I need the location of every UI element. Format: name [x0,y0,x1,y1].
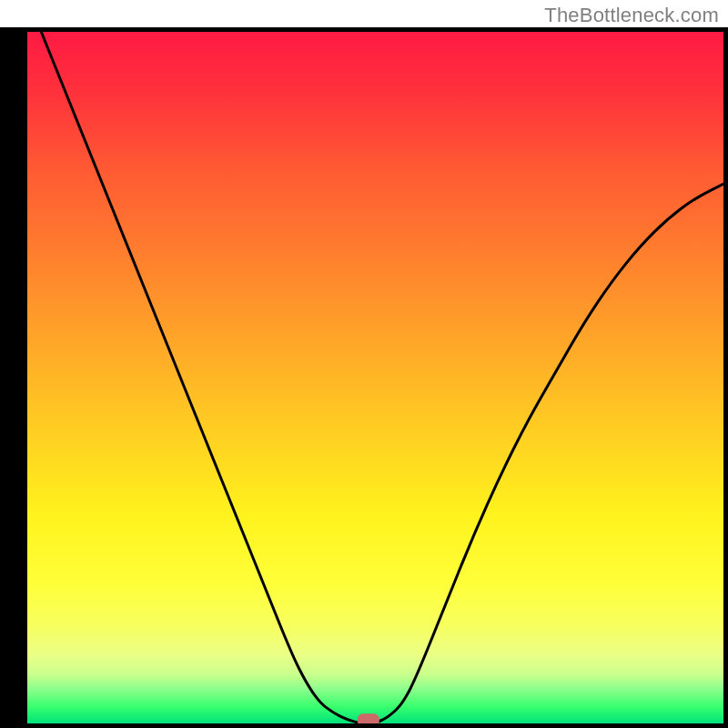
plot-area [27,32,723,723]
optimum-marker [358,713,379,723]
bottleneck-curve [41,32,723,723]
chart-container: TheBottleneck.com [0,0,728,728]
plot-frame [0,27,728,728]
attribution-text: TheBottleneck.com [544,4,719,27]
curve-layer [27,32,723,723]
